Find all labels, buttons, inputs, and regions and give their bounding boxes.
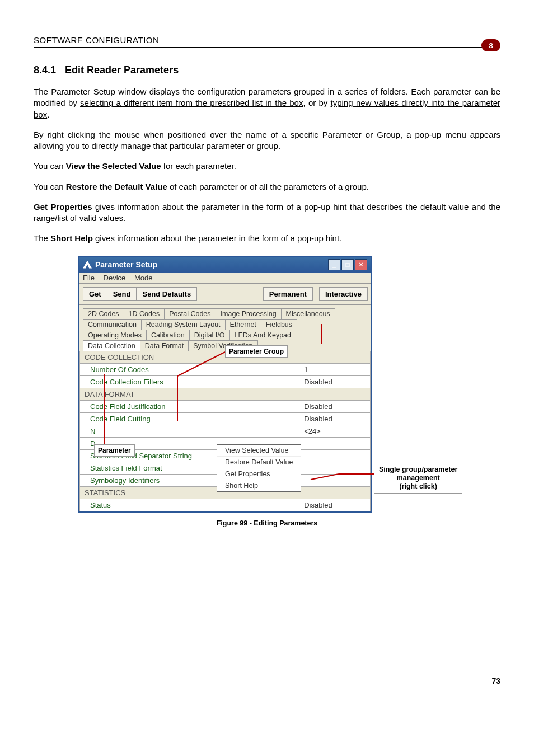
param-code-collection-filters[interactable]: Code Collection Filters <box>80 375 299 388</box>
param-code-field-justification[interactable]: Code Field Justification <box>80 400 299 412</box>
page-number: 73 <box>491 677 500 685</box>
param-value[interactable]: 1 <box>299 363 371 375</box>
tab-data-format[interactable]: Data Format <box>140 340 189 351</box>
close-button[interactable]: × <box>355 259 367 270</box>
menu-mode[interactable]: Mode <box>134 274 153 282</box>
send-button[interactable]: Send <box>107 287 137 301</box>
permanent-button[interactable]: Permanent <box>263 287 313 301</box>
tabs-area: 2D Codes 1D Codes Postal Codes Image Pro… <box>79 305 371 351</box>
para-1: The Parameter Setup window displays the … <box>34 86 500 120</box>
param-value[interactable]: Disabled <box>299 412 371 425</box>
menubar: File Device Mode <box>79 273 371 284</box>
callout-parameter-group: Parameter Group <box>225 345 288 358</box>
param-value[interactable]: Disabled <box>299 400 371 412</box>
param-value[interactable] <box>299 449 371 462</box>
titlebar[interactable]: Parameter Setup _ □ × <box>79 257 371 273</box>
tab-operating-modes[interactable]: Operating Modes <box>83 330 147 340</box>
ctx-get-properties[interactable]: Get Properties <box>217 468 301 480</box>
menu-device[interactable]: Device <box>104 274 126 282</box>
tab-calibration[interactable]: Calibration <box>146 330 190 340</box>
param-n[interactable]: N <box>80 425 299 437</box>
context-menu[interactable]: View Selected Value Restore Default Valu… <box>217 444 301 492</box>
tab-ethernet[interactable]: Ethernet <box>225 319 261 330</box>
page-badge: 8 <box>481 39 500 51</box>
figure-caption: Figure 99 - Editing Parameters <box>34 519 500 527</box>
callout-parameter: Parameter <box>94 444 135 457</box>
param-value[interactable]: Disabled <box>299 375 371 388</box>
param-value[interactable]: Disabled <box>299 499 371 511</box>
tab-reading-system-layout[interactable]: Reading System Layout <box>141 319 226 330</box>
interactive-button[interactable]: Interactive <box>319 287 368 301</box>
section-heading: 8.4.1Edit Reader Parameters <box>34 64 500 76</box>
table-row: StatusDisabled <box>80 499 371 511</box>
get-button[interactable]: Get <box>83 287 107 301</box>
para-5: Get Properties gives information about t… <box>34 201 500 224</box>
tab-2d-codes[interactable]: 2D Codes <box>83 308 124 319</box>
para-6: The Short Help gives information about t… <box>34 233 500 244</box>
toolbar: Get Send Send Defaults Permanent Interac… <box>79 284 371 305</box>
tab-1d-codes[interactable]: 1D Codes <box>124 308 165 319</box>
param-number-of-codes[interactable]: Number Of Codes <box>80 363 299 375</box>
table-row: Code Field CuttingDisabled <box>80 412 371 425</box>
tab-digital-io[interactable]: Digital I/O <box>189 330 230 340</box>
ctx-view-selected-value[interactable]: View Selected Value <box>217 445 301 457</box>
para-3: You can View the Selected Value for each… <box>34 161 500 172</box>
callout-right-click: Single group/parameter management (right… <box>374 463 462 494</box>
ctx-short-help[interactable]: Short Help <box>217 480 301 491</box>
tab-fieldbus[interactable]: Fieldbus <box>261 319 297 330</box>
tab-image-processing[interactable]: Image Processing <box>216 308 282 319</box>
ctx-restore-default-value[interactable]: Restore Default Value <box>217 457 301 468</box>
maximize-button[interactable]: □ <box>341 259 354 270</box>
para-4: You can Restore the Default Value of eac… <box>34 181 500 192</box>
app-logo-icon <box>83 261 92 269</box>
tab-communication[interactable]: Communication <box>83 319 142 330</box>
tab-miscellaneous[interactable]: Miscellaneous <box>281 308 335 319</box>
send-defaults-button[interactable]: Send Defaults <box>136 287 197 301</box>
tab-leds-keypad[interactable]: LEDs And Keypad <box>229 330 296 340</box>
param-code-field-cutting[interactable]: Code Field Cutting <box>80 412 299 425</box>
table-row: Code Collection FiltersDisabled <box>80 375 371 388</box>
parameter-setup-window: Parameter Setup _ □ × File Device Mode G… <box>78 256 372 513</box>
param-status[interactable]: Status <box>80 499 299 511</box>
table-row: Code Field JustificationDisabled <box>80 400 371 412</box>
page-footer: 73 <box>34 673 500 685</box>
tab-postal-codes[interactable]: Postal Codes <box>164 308 216 319</box>
group-data-format: DATA FORMAT <box>80 388 371 400</box>
menu-file[interactable]: File <box>83 274 95 282</box>
window-title: Parameter Setup <box>95 260 157 269</box>
param-value[interactable] <box>299 437 371 449</box>
param-value[interactable] <box>299 474 371 486</box>
tab-data-collection[interactable]: Data Collection <box>83 340 140 351</box>
param-value[interactable] <box>299 462 371 474</box>
table-row: N<24> <box>80 425 371 437</box>
table-row: Number Of Codes1 <box>80 363 371 375</box>
param-value[interactable]: <24> <box>299 425 371 437</box>
page-header-title: SOFTWARE CONFIGURATION <box>34 35 159 45</box>
para-2: By right clicking the mouse when positio… <box>34 129 500 152</box>
minimize-button[interactable]: _ <box>328 259 340 270</box>
